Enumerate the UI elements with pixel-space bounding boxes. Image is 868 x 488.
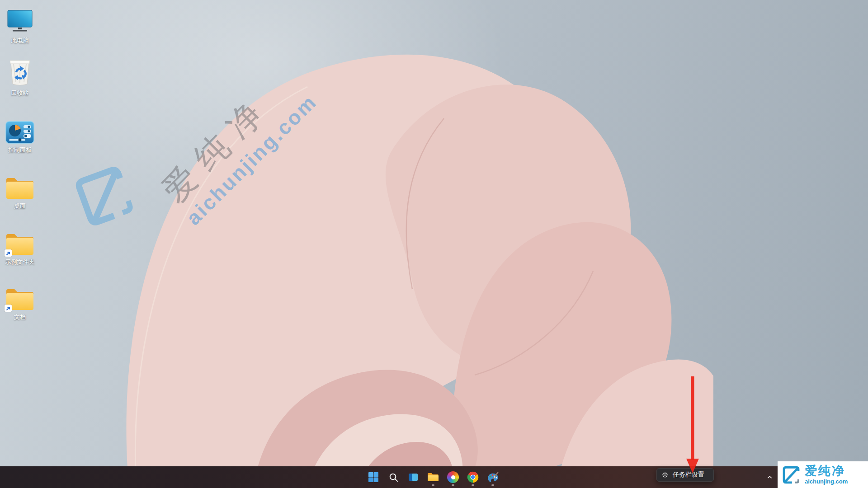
shortcut-arrow-icon	[5, 249, 12, 257]
pinwheel-app-icon	[447, 471, 459, 483]
start-button[interactable]	[364, 468, 382, 486]
desktop-icon-label: 示例文件夹	[5, 258, 35, 266]
running-indicator	[432, 484, 434, 486]
taskbar-context-menu[interactable]: 任务栏设置	[656, 468, 714, 482]
desktop-icon-sample-folder[interactable]: 示例文件夹	[1, 226, 39, 266]
desktop-icon-label: 桌面	[14, 202, 26, 210]
paint-palette-icon	[487, 471, 499, 483]
running-indicator	[472, 484, 474, 486]
brand-domain: aichunjing.com	[805, 479, 848, 484]
taskbar-center-icons	[364, 468, 502, 486]
windows-start-icon	[368, 472, 379, 483]
folder-icon	[5, 226, 34, 256]
brand-bracket-logo	[781, 465, 802, 485]
task-view-icon	[408, 472, 419, 483]
folder-icon	[5, 170, 34, 200]
this-pc-icon	[6, 5, 33, 34]
brand-name-cn: 爱纯净	[805, 465, 848, 477]
gear-icon	[661, 471, 669, 479]
desktop-icon-control-panel[interactable]: 控制面板	[1, 114, 39, 154]
chrome-button[interactable]	[464, 468, 482, 486]
desktop-icon-label: 此电脑	[11, 37, 29, 45]
control-panel-icon	[5, 114, 34, 144]
desktop-icon-recycle-bin[interactable]: 回收站	[1, 57, 39, 97]
desktop-icon-label: 文档	[14, 313, 26, 321]
folder-icon	[5, 281, 34, 311]
running-indicator	[491, 484, 494, 486]
desktop-icon-label: 回收站	[11, 89, 29, 97]
desktop-icon-documents-folder[interactable]: 文档	[1, 281, 39, 321]
branding-plate: 爱纯净 aichunjing.com	[778, 461, 868, 488]
paint-button[interactable]	[484, 468, 502, 486]
chevron-up-icon	[766, 474, 773, 481]
file-explorer-button[interactable]	[424, 468, 442, 486]
running-indicator	[452, 484, 454, 486]
tray-chevron-button[interactable]	[764, 472, 775, 483]
search-button[interactable]	[384, 468, 402, 486]
pinwheel-app-button[interactable]	[444, 468, 462, 486]
desktop-icon-this-pc[interactable]: 此电脑	[1, 5, 39, 45]
desktop-icon-desktop-folder[interactable]: 桌面	[1, 170, 39, 210]
file-explorer-icon	[427, 472, 439, 482]
taskbar-settings-menu-item[interactable]: 任务栏设置	[673, 471, 704, 479]
search-icon	[388, 472, 399, 483]
wallpaper-bloom-flower	[0, 0, 868, 488]
shortcut-arrow-icon	[5, 305, 12, 312]
recycle-bin-icon	[7, 57, 33, 87]
desktop-icon-label: 控制面板	[8, 146, 32, 154]
task-view-button[interactable]	[404, 468, 422, 486]
chrome-icon	[467, 471, 479, 483]
